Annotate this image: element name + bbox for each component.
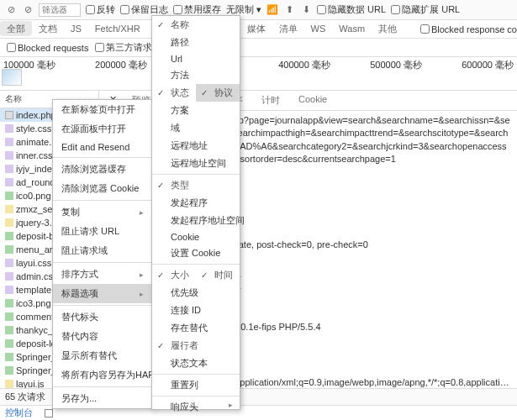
details-tab[interactable]: Cookie [290,91,335,110]
context-menu-item[interactable]: 将所有内容另存为HAR [53,365,152,385]
submenu-item[interactable]: 履行者 [152,337,205,354]
drawer-icon[interactable] [45,409,53,417]
waterfall-thumbnail [2,69,22,86]
type-tab[interactable]: Fetch/XHR [88,21,147,36]
wifi-icon[interactable]: 📶 [266,4,278,16]
file-type-icon [5,205,13,213]
blocked-requests-checkbox[interactable]: Blocked requests [7,43,88,53]
submenu-item[interactable]: 远程地址 [152,137,240,155]
context-menu: 在新标签页中打开在源面板中打开Edit and Resend清除浏览器缓存清除浏… [52,99,153,409]
context-menu-item[interactable]: 排序方式▸ [53,265,152,284]
context-menu-item[interactable]: 标题选项▸ [53,284,152,303]
submenu-item[interactable]: 优先级 [152,284,240,302]
file-type-icon [5,151,13,160]
type-tab[interactable]: 其他 [372,21,404,36]
details-tab[interactable]: 计时 [253,91,288,110]
file-type-icon [5,192,13,200]
type-tab[interactable]: Wasm [332,21,372,36]
type-tab[interactable]: JS [64,21,88,36]
submenu-item[interactable]: Url [152,51,240,66]
submenu-item[interactable]: 响应头▸ [152,398,240,416]
context-menu-item[interactable]: 阻止请求域 [53,241,152,260]
file-type-icon [5,165,13,173]
file-type-icon [5,138,13,146]
type-tab[interactable]: 全部 [0,21,32,36]
context-menu-item[interactable]: 在新标签页中打开 [53,100,152,119]
file-type-icon [5,326,13,334]
submenu-item[interactable]: 时间 [196,266,240,284]
submenu-item[interactable]: 路径 [152,34,240,51]
submenu-item[interactable]: 时间线 [152,416,205,420]
header-options-submenu: 名称路径Url方法状态协议方案域远程地址远程地址空间类型发起程序发起程序地址空间… [151,15,240,410]
file-type-icon [5,272,13,281]
file-type-icon [5,312,13,321]
file-type-icon [5,178,13,186]
request-count: 65 次请求 [5,391,45,403]
submenu-item[interactable]: 类型 [152,176,196,194]
file-type-icon [5,124,13,133]
context-menu-item[interactable]: 复制▸ [53,202,152,222]
invert-checkbox[interactable]: 反转 [86,3,115,16]
stop-icon[interactable]: ⊘ [5,4,17,16]
throttle-select[interactable]: 无限制 ▾ [226,3,261,16]
context-menu-item[interactable]: 替代内容 [53,327,152,346]
hide-ext-url-checkbox[interactable]: 隐藏扩展 URL [391,3,460,16]
file-type-icon [5,299,13,307]
filter-input[interactable] [39,3,81,17]
file-type-icon [5,245,13,254]
submenu-item[interactable]: 发起程序地址空间 [152,212,240,229]
type-tab[interactable]: 清单 [272,21,304,36]
submenu-item[interactable]: 协议 [196,84,240,102]
submenu-item[interactable]: 方法 [152,66,240,84]
type-tab[interactable]: WS [304,21,333,36]
file-type-icon [5,366,13,375]
context-menu-item[interactable]: 清除浏览器缓存 [53,160,152,179]
file-type-icon [5,259,13,267]
submenu-item[interactable]: 大小 [152,266,196,284]
file-type-icon [5,353,13,361]
upload-icon[interactable]: ⬆ [283,4,295,16]
context-menu-item[interactable]: 清除浏览器 Cookie [53,179,152,198]
submenu-item[interactable]: 状态 [152,84,196,102]
submenu-item[interactable]: 重置列 [152,376,240,394]
submenu-item[interactable]: 方案 [152,102,240,119]
third-party-checkbox[interactable]: 第三方请求 [95,41,152,54]
submenu-item[interactable]: 连接 ID [152,302,240,319]
file-type-icon [5,286,13,294]
waterfall-overview[interactable]: 100000 毫秒200000 毫秒300000 毫秒400000 毫秒5000… [0,57,517,91]
secondary-toolbar: Blocked requests 第三方请求 [0,39,517,57]
console-tab[interactable]: 控制台 [5,407,33,419]
context-menu-item[interactable]: 另存为... [53,389,152,408]
file-type-icon [5,111,13,119]
submenu-item[interactable]: 设置 Cookie [152,244,240,262]
hide-data-url-checkbox[interactable]: 隐藏数据 URL [317,3,386,16]
clear-icon[interactable]: ⊘ [22,4,34,16]
submenu-item[interactable]: 名称 [152,16,196,34]
submenu-item[interactable]: Cookie [152,229,240,244]
context-menu-item[interactable]: 在源面板中打开 [53,119,152,139]
type-filter-tabs: 全部文档JSFetch/XHRCSS字体Img媒体清单WSWasm其他 Bloc… [0,20,517,39]
file-type-icon [5,339,13,348]
disable-cache-checkbox[interactable]: 禁用缓存 [173,3,221,16]
submenu-item[interactable]: 存在替代 [152,319,240,337]
submenu-item[interactable]: 发起程序 [152,194,240,212]
preserve-log-checkbox[interactable]: 保留日志 [120,3,168,16]
file-type-icon [5,232,13,240]
context-menu-item[interactable]: 替代标头 [53,307,152,327]
submenu-item[interactable]: 域 [152,119,240,137]
file-type-icon [5,218,13,227]
context-menu-item[interactable]: 阻止请求 URL [53,222,152,241]
file-type-icon [5,380,13,388]
submenu-item[interactable]: 远程地址空间 [152,155,240,172]
context-menu-item[interactable]: Edit and Resend [53,139,152,155]
context-menu-item[interactable]: 显示所有替代 [53,346,152,365]
submenu-item[interactable]: 状态文本 [152,354,240,372]
type-tab[interactable]: 文档 [32,21,64,36]
blocked-response-checkbox[interactable]: Blocked response co [420,24,517,34]
download-icon[interactable]: ⬇ [300,4,312,16]
devtools-toolbar: ⊘ ⊘ 反转 保留日志 禁用缓存 无限制 ▾ 📶 ⬆ ⬇ 隐藏数据 URL 隐藏… [0,0,517,20]
type-tab[interactable]: 媒体 [240,21,272,36]
